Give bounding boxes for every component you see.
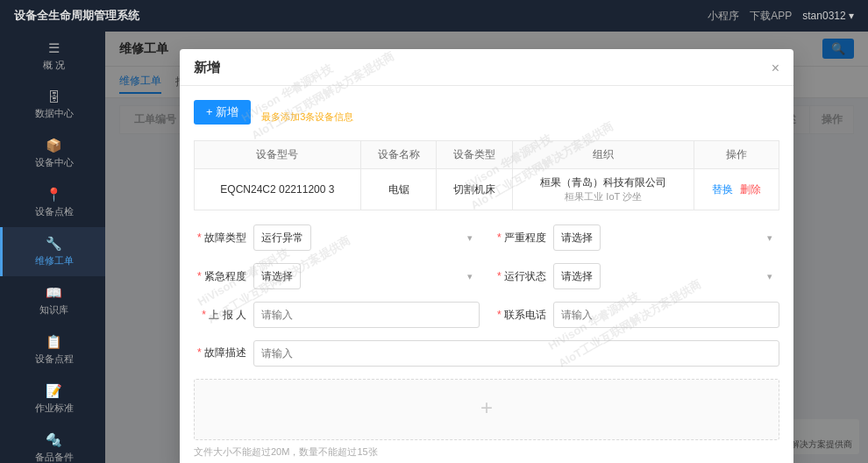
contact-input[interactable] bbox=[553, 302, 779, 328]
modal-body: + 新增 最多添加3条设备信息 设备型号 设备名称 设备类型 组织 操作 bbox=[180, 86, 793, 463]
spare-parts-icon: 🔩 bbox=[46, 432, 62, 448]
inner-col-name: 设备名称 bbox=[360, 141, 437, 169]
run-status-label: 运行状态 bbox=[494, 269, 546, 284]
inner-col-model: 设备型号 bbox=[195, 141, 361, 169]
upload-plus-icon: + bbox=[480, 395, 493, 420]
cell-org: 桓果（青岛）科技有限公司 桓果工业 IoT 沙坐 bbox=[513, 169, 694, 210]
form-group-severity: 严重程度 请选择 bbox=[494, 224, 779, 251]
sidebar-item-maintenance[interactable]: 🔧 维修工单 bbox=[0, 227, 105, 276]
severity-select[interactable]: 请选择 bbox=[553, 224, 601, 251]
urgency-label: 紧急程度 bbox=[194, 269, 246, 284]
reporter-label: 上 报 人 bbox=[194, 308, 246, 323]
sidebar-item-knowledge[interactable]: 📖 知识库 bbox=[0, 276, 105, 325]
data-center-icon: 🗄 bbox=[47, 89, 60, 104]
sidebar-item-overview[interactable]: ☰ 概 况 bbox=[0, 32, 105, 81]
sidebar-label-overview: 概 况 bbox=[43, 59, 65, 72]
mini-program-link[interactable]: 小程序 bbox=[708, 9, 739, 24]
delete-row-button[interactable]: 删除 bbox=[740, 182, 761, 197]
run-status-select[interactable]: 请选择 bbox=[553, 263, 601, 289]
main-layout: ☰ 概 况 🗄 数据中心 📦 设备中心 📍 设备点检 🔧 维修工单 📖 知识库 … bbox=[0, 32, 868, 463]
edit-row-button[interactable]: 替换 bbox=[712, 182, 733, 197]
cell-model: EQCN24C2 02211200 3 bbox=[195, 169, 361, 210]
urgency-select[interactable]: 请选择 bbox=[253, 263, 301, 289]
form-group-urgency: 紧急程度 请选择 bbox=[194, 263, 480, 289]
urgency-select-wrapper: 请选择 bbox=[253, 263, 480, 289]
cell-type: 切割机床 bbox=[437, 169, 513, 210]
user-menu[interactable]: stan0312 ▾ bbox=[802, 10, 854, 22]
cell-action: 替换 删除 bbox=[694, 169, 779, 210]
table-row: EQCN24C2 02211200 3 电锯 切割机床 桓果（青岛）科技有限公司… bbox=[195, 169, 779, 210]
run-status-select-wrapper: 请选择 bbox=[553, 263, 779, 289]
fault-desc-label: 故障描述 bbox=[194, 345, 246, 360]
modal-title: 新增 bbox=[194, 60, 220, 76]
form-row-3: 上 报 人 联系电话 bbox=[194, 302, 779, 328]
severity-label: 严重程度 bbox=[494, 231, 546, 246]
fault-type-select[interactable]: 运行异常 bbox=[253, 224, 311, 251]
overview-icon: ☰ bbox=[48, 40, 60, 56]
sidebar-label-knowledge: 知识库 bbox=[39, 303, 68, 317]
app-title: 设备全生命周期管理系统 bbox=[14, 8, 139, 24]
sidebar-label-data-center: 数据中心 bbox=[35, 107, 74, 120]
modal-overlay: 新增 × + 新增 最多添加3条设备信息 设备型号 bbox=[105, 32, 868, 463]
form-row-2: 紧急程度 请选择 运行状态 请选择 bbox=[194, 263, 779, 289]
sidebar: ☰ 概 况 🗄 数据中心 📦 设备中心 📍 设备点检 🔧 维修工单 📖 知识库 … bbox=[0, 32, 105, 463]
device-center-icon: 📦 bbox=[46, 138, 62, 153]
cell-name: 电锯 bbox=[360, 169, 437, 210]
download-app-link[interactable]: 下载APP bbox=[750, 9, 792, 24]
modal-hint: 最多添加3条设备信息 bbox=[261, 110, 353, 124]
maintenance-icon: 🔧 bbox=[46, 236, 62, 252]
severity-select-wrapper: 请选择 bbox=[553, 224, 779, 251]
inner-table: 设备型号 设备名称 设备类型 组织 操作 EQCN24C2 02211200 3… bbox=[194, 140, 779, 210]
modal-close-button[interactable]: × bbox=[772, 61, 779, 76]
modal-dialog: 新增 × + 新增 最多添加3条设备信息 设备型号 bbox=[180, 49, 793, 463]
form-group-run-status: 运行状态 请选择 bbox=[494, 263, 779, 289]
work-standard-icon: 📝 bbox=[46, 383, 62, 399]
sidebar-item-device-location[interactable]: 📍 设备点检 bbox=[0, 178, 105, 227]
topbar: 设备全生命周期管理系统 小程序 下载APP stan0312 ▾ bbox=[0, 0, 868, 32]
inner-col-org: 组织 bbox=[513, 141, 694, 169]
sidebar-item-device-points[interactable]: 📋 设备点程 bbox=[0, 325, 105, 374]
sidebar-item-device-center[interactable]: 📦 设备中心 bbox=[0, 129, 105, 178]
sidebar-label-device-center: 设备中心 bbox=[35, 156, 74, 169]
sidebar-label-work-standard: 作业标准 bbox=[35, 402, 74, 415]
form-group-fault-type: 故障类型 运行异常 bbox=[194, 224, 480, 251]
upload-area[interactable]: + bbox=[194, 379, 779, 440]
contact-label: 联系电话 bbox=[494, 308, 546, 323]
upload-hint: 文件大小不能超过20M，数量不能超过15张 bbox=[194, 445, 779, 459]
form-group-reporter: 上 报 人 bbox=[194, 302, 480, 328]
knowledge-icon: 📖 bbox=[46, 285, 62, 301]
fault-type-select-wrapper: 运行异常 bbox=[253, 224, 480, 251]
modal-add-device-button[interactable]: + 新增 bbox=[194, 100, 251, 125]
device-location-icon: 📍 bbox=[46, 187, 62, 203]
form-group-contact: 联系电话 bbox=[494, 302, 779, 328]
sidebar-label-spare-parts: 备品备件 bbox=[35, 451, 74, 463]
form-row-4: 故障描述 bbox=[194, 340, 779, 367]
sidebar-label-device-location: 设备点检 bbox=[35, 205, 74, 218]
sidebar-item-data-center[interactable]: 🗄 数据中心 bbox=[0, 81, 105, 129]
main-content: 维修工单 🔍 维修工单 报修自行报 知识库 工单编号 设备型号 设备名称 故障类… bbox=[105, 32, 868, 463]
fault-desc-input[interactable] bbox=[253, 340, 779, 367]
reporter-input[interactable] bbox=[253, 302, 480, 328]
sidebar-label-device-points: 设备点程 bbox=[35, 353, 74, 366]
sidebar-item-spare-parts[interactable]: 🔩 备品备件 bbox=[0, 424, 105, 463]
modal-header: 新增 × bbox=[180, 49, 793, 86]
form-row-1: 故障类型 运行异常 严重程度 请选择 bbox=[194, 224, 779, 251]
form-group-fault-desc: 故障描述 bbox=[194, 340, 779, 367]
topbar-right: 小程序 下载APP stan0312 ▾ bbox=[708, 9, 854, 24]
sidebar-label-maintenance: 维修工单 bbox=[35, 254, 74, 267]
device-points-icon: 📋 bbox=[46, 334, 62, 350]
fault-type-label: 故障类型 bbox=[194, 231, 246, 246]
inner-col-type: 设备类型 bbox=[437, 141, 513, 169]
sidebar-item-work-standard[interactable]: 📝 作业标准 bbox=[0, 374, 105, 424]
inner-col-action: 操作 bbox=[694, 141, 779, 169]
